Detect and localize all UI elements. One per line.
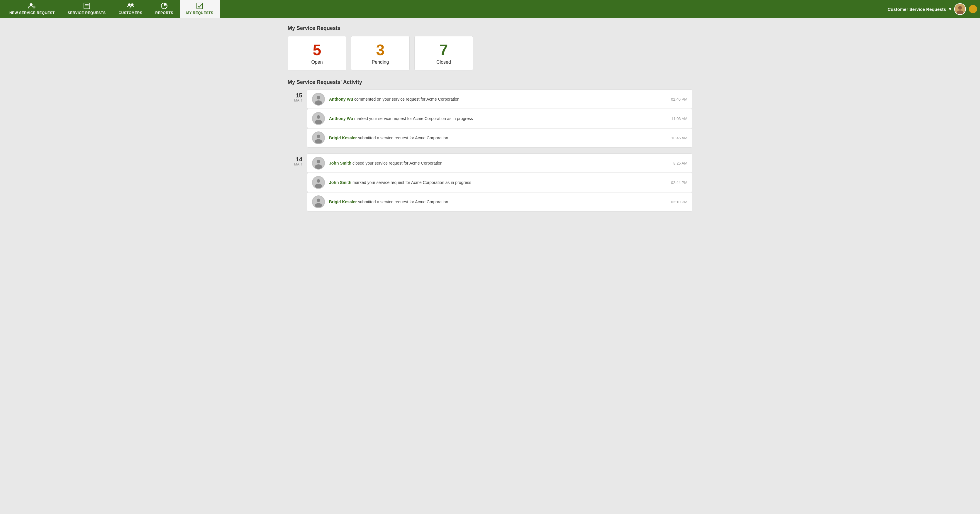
- activity-text: Brigid Kessler submitted a service reque…: [329, 200, 667, 204]
- nav-item-my-requests[interactable]: MY REQUESTS: [180, 0, 220, 18]
- date-label: [288, 128, 302, 131]
- actor-name: Anthony Wu: [329, 97, 353, 102]
- nav-label-new-service-request: NEW SERVICE REQUEST: [10, 11, 55, 15]
- actor-name: Brigid Kessler: [329, 200, 357, 204]
- date-label: [288, 173, 302, 176]
- activity-time: 10:45 AM: [671, 136, 687, 140]
- activity-text: John Smith marked your service request f…: [329, 180, 667, 185]
- activity-text: Anthony Wu marked your service request f…: [329, 116, 667, 121]
- date-label: [288, 192, 302, 195]
- date-label: [288, 109, 302, 112]
- svg-point-20: [317, 115, 320, 119]
- activity-row: 14MAR John Smith closed your service req…: [288, 153, 692, 173]
- app-title[interactable]: Customer Service Requests: [888, 7, 946, 12]
- actor-name: Anthony Wu: [329, 116, 353, 121]
- activity-section: My Service Requests' Activity 15MAR Anth…: [288, 79, 692, 212]
- user-avatar: [312, 93, 325, 105]
- navbar: NEW SERVICE REQUEST SERVICE REQUESTS: [0, 0, 980, 18]
- activity-group-1: 14MAR John Smith closed your service req…: [288, 153, 692, 212]
- svg-text:!: !: [972, 8, 973, 11]
- user-avatar: [312, 195, 325, 208]
- activity-action: commented on your service request for Ac…: [353, 97, 460, 102]
- new-service-request-icon: [28, 3, 36, 10]
- customers-icon: [127, 3, 134, 10]
- activity-row: Brigid Kessler submitted a service reque…: [288, 192, 692, 212]
- my-service-requests-title: My Service Requests: [288, 25, 692, 31]
- date-day: 15: [288, 93, 302, 98]
- stat-pending-label: Pending: [372, 59, 389, 65]
- nav-label-service-requests: SERVICE REQUESTS: [68, 11, 106, 15]
- activity-row: John Smith marked your service request f…: [288, 173, 692, 192]
- nav-item-new-service-request[interactable]: NEW SERVICE REQUEST: [3, 0, 61, 18]
- activity-item[interactable]: Anthony Wu marked your service request f…: [307, 109, 692, 128]
- svg-point-32: [317, 199, 320, 202]
- nav-item-service-requests[interactable]: SERVICE REQUESTS: [61, 0, 112, 18]
- activity-item[interactable]: John Smith closed your service request f…: [307, 153, 692, 173]
- activity-time: 11:03 AM: [671, 117, 687, 121]
- activity-item[interactable]: John Smith marked your service request f…: [307, 173, 692, 192]
- dropdown-arrow[interactable]: ▾: [949, 6, 951, 12]
- activity-action: submitted a service request for Acme Cor…: [357, 200, 448, 204]
- nav-items: NEW SERVICE REQUEST SERVICE REQUESTS: [3, 0, 888, 18]
- activity-text: Anthony Wu commented on your service req…: [329, 97, 667, 102]
- activity-item[interactable]: Anthony Wu commented on your service req…: [307, 89, 692, 109]
- activity-item[interactable]: Brigid Kessler submitted a service reque…: [307, 128, 692, 148]
- activity-row: Anthony Wu marked your service request f…: [288, 109, 692, 128]
- stat-card-open[interactable]: 5 Open: [288, 36, 346, 70]
- my-requests-icon: [196, 3, 203, 10]
- notification-badge[interactable]: !: [969, 5, 977, 13]
- user-avatar: [312, 112, 325, 125]
- main-content: My Service Requests 5 Open 3 Pending 7 C…: [279, 18, 701, 222]
- date-month: MAR: [288, 162, 302, 166]
- nav-item-customers[interactable]: CUSTOMERS: [112, 0, 149, 18]
- stat-closed-label: Closed: [436, 59, 451, 65]
- activity-action: closed your service request for Acme Cor…: [351, 161, 442, 166]
- nav-item-reports[interactable]: REPORTS: [149, 0, 180, 18]
- nav-label-my-requests: MY REQUESTS: [186, 11, 213, 15]
- svg-rect-10: [197, 3, 203, 9]
- activity-action: submitted a service request for Acme Cor…: [357, 136, 448, 140]
- stat-open-number: 5: [313, 42, 321, 58]
- activity-title: My Service Requests' Activity: [288, 79, 692, 85]
- stat-pending-number: 3: [376, 42, 385, 58]
- activity-time: 02:44 PM: [671, 180, 687, 185]
- stat-cards: 5 Open 3 Pending 7 Closed: [288, 36, 692, 70]
- date-day: 14: [288, 156, 302, 162]
- service-requests-icon: [84, 3, 90, 10]
- activity-row: Brigid Kessler submitted a service reque…: [288, 128, 692, 148]
- activity-text: John Smith closed your service request f…: [329, 161, 669, 166]
- activity-time: 02:10 PM: [671, 200, 687, 204]
- stat-card-closed[interactable]: 7 Closed: [414, 36, 473, 70]
- actor-name: John Smith: [329, 180, 351, 185]
- user-avatar: [312, 131, 325, 144]
- activity-list: 15MAR Anthony Wu commented on your servi…: [288, 89, 692, 212]
- svg-point-12: [958, 6, 962, 10]
- date-label: 14MAR: [288, 153, 302, 166]
- my-service-requests-section: My Service Requests 5 Open 3 Pending 7 C…: [288, 25, 692, 70]
- activity-time: 8:25 AM: [673, 161, 687, 166]
- svg-point-23: [317, 135, 320, 138]
- stat-closed-number: 7: [439, 42, 448, 58]
- reports-icon: [161, 3, 167, 10]
- user-avatar: [312, 176, 325, 189]
- activity-item[interactable]: Brigid Kessler submitted a service reque…: [307, 192, 692, 212]
- nav-label-reports: REPORTS: [155, 11, 173, 15]
- stat-card-pending[interactable]: 3 Pending: [351, 36, 410, 70]
- actor-name: Brigid Kessler: [329, 136, 357, 140]
- activity-row: 15MAR Anthony Wu commented on your servi…: [288, 89, 692, 109]
- activity-action: marked your service request for Acme Cor…: [353, 116, 473, 121]
- activity-action: marked your service request for Acme Cor…: [351, 180, 471, 185]
- svg-point-29: [317, 179, 320, 183]
- activity-group-0: 15MAR Anthony Wu commented on your servi…: [288, 89, 692, 148]
- date-month: MAR: [288, 98, 302, 102]
- svg-point-26: [317, 160, 320, 163]
- nav-label-customers: CUSTOMERS: [118, 11, 142, 15]
- nav-right: Customer Service Requests ▾ !: [888, 3, 977, 15]
- actor-name: John Smith: [329, 161, 351, 166]
- activity-time: 02:40 PM: [671, 97, 687, 102]
- svg-point-17: [317, 96, 320, 99]
- user-avatar: [312, 156, 325, 169]
- date-label: 15MAR: [288, 89, 302, 102]
- stat-open-label: Open: [311, 59, 323, 65]
- user-avatar-nav[interactable]: [954, 3, 966, 15]
